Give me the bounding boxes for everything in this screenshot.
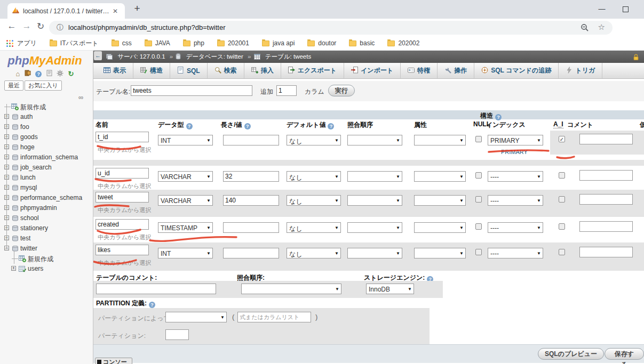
bookmark-item[interactable]: basic [349,39,375,48]
null-checkbox[interactable] [475,249,482,255]
column-type-select[interactable]: VARCHAR▼ [158,171,213,182]
tab-構造[interactable]: 構造 [133,63,170,78]
column-type-select[interactable]: INT▼ [158,248,213,258]
tab-挿入[interactable]: 挿入 [244,63,281,78]
column-attributes-select[interactable]: ▼ [414,135,466,145]
recent-button[interactable]: 最近 [4,80,23,91]
bookmark-item[interactable]: php [183,39,204,48]
column-comment-input[interactable] [579,134,633,144]
column-length-input[interactable] [223,248,279,258]
index-hint[interactable]: PRIMARY [501,149,528,155]
bookmark-item[interactable]: ITパスポート [50,39,99,48]
column-default-select[interactable]: なし▼ [287,222,341,233]
tree-item-mysql-label[interactable]: mysql [20,184,37,191]
column-type-select[interactable]: TIMESTAMP▼ [158,222,213,233]
breadcrumb-database[interactable]: データベース: twitter [186,53,243,60]
tree-item-hoge-label[interactable]: hoge [20,143,35,151]
tree-item-twitter-label[interactable]: twitter [20,245,37,252]
tree-item-school-label[interactable]: school [20,214,39,222]
column-collation-select[interactable]: ▼ [347,248,402,258]
link-icon[interactable]: ∞ [78,93,83,101]
column-collation-select[interactable]: ▼ [347,135,402,145]
tab-SQL コマンドの追跡[interactable]: SQL コマンドの追跡 [474,63,559,78]
column-attributes-select[interactable]: ▼ [414,195,466,206]
column-default-select[interactable]: なし▼ [287,171,341,182]
central-columns-link[interactable]: 中央カラムから選択 [98,206,151,214]
column-comment-input[interactable] [579,194,633,205]
column-type-select[interactable]: INT▼ [158,135,213,145]
tab-表示[interactable]: 表示 [97,63,133,78]
column-comment-input[interactable] [579,221,633,232]
column-attributes-select[interactable]: ▼ [414,171,466,182]
tree-item-new-database-label[interactable]: 新規作成 [20,103,46,112]
bookmark-item[interactable]: 202002 [387,39,419,48]
save-button[interactable]: 保存する [605,348,644,360]
reload-icon[interactable]: ↻ [34,21,47,32]
help-icon[interactable]: ? [495,114,502,120]
tree-item-foo-label[interactable]: foo [20,123,29,131]
auto-increment-checkbox[interactable] [559,172,565,179]
central-columns-link[interactable]: 中央カラムから選択 [98,182,151,190]
central-columns-link[interactable]: 中央カラムから選択 [98,146,151,154]
column-index-select[interactable]: ----▼ [488,248,543,258]
column-index-select[interactable]: ----▼ [488,171,543,182]
tree-item-goods-label[interactable]: goods [20,133,38,141]
help-icon[interactable]: ? [328,123,334,130]
tree-item-lunch-label[interactable]: lunch [20,174,36,181]
column-collation-select[interactable]: ▼ [347,222,402,233]
address-bar[interactable]: ⓘ localhost/phpmyadmin/db_structure.php?… [49,21,613,35]
bookmark-item[interactable]: 202001 [217,39,249,48]
bookmark-item[interactable]: css [112,39,132,48]
maximize-button[interactable] [615,0,636,19]
tab-SQL[interactable]: SQL [170,63,208,78]
table-comment-input[interactable] [96,284,216,294]
central-columns-link[interactable]: 中央カラムから選択 [98,259,151,267]
home-icon[interactable]: ⌂ [15,70,20,78]
add-columns-input[interactable] [276,85,297,96]
column-name-input[interactable] [96,192,149,203]
central-columns-link[interactable]: 中央カラムから選択 [98,233,151,241]
null-checkbox[interactable] [475,196,482,203]
bookmark-item[interactable]: java api [262,39,295,48]
column-default-select[interactable]: なし▼ [287,135,341,145]
tree-item-job_search-label[interactable]: job_search [20,164,52,171]
null-checkbox[interactable] [475,223,482,230]
tab-close-icon[interactable]: ✕ [113,7,118,15]
browser-tab[interactable]: localhost / 127.0.0.1 / twitter / tw ✕ [7,3,125,19]
auto-increment-checkbox[interactable] [559,223,565,230]
null-checkbox[interactable] [475,172,482,179]
new-tab-button[interactable]: + [131,3,144,14]
column-length-input[interactable] [223,195,279,206]
tab-検索[interactable]: 検索 [208,63,244,78]
column-attributes-select[interactable]: ▼ [414,222,466,233]
tab-インポート[interactable]: インポート [344,63,401,78]
column-name-input[interactable] [96,168,149,179]
go-button[interactable]: 実行 [328,85,355,96]
zoom-icon[interactable] [581,23,589,34]
table-name-input[interactable] [131,85,252,96]
help-icon[interactable]: ? [35,71,42,77]
panel-toggle-icon[interactable]: ← [94,51,102,60]
tree-item-phpmyadmin-label[interactable]: phpmyadmin [20,204,57,212]
table-collation-select[interactable]: ▼ [241,284,341,294]
bookmark-item[interactable]: JAVA [145,39,170,48]
url-text[interactable]: localhost/phpmyadmin/db_structure.php?db… [68,23,225,31]
partition-expression-input[interactable] [237,312,311,322]
back-icon[interactable]: ← [5,21,18,31]
breadcrumb-server[interactable]: サーバ: 127.0.0.1 [117,53,165,60]
column-length-input[interactable] [223,135,279,145]
tree-item-performance_schema-label[interactable]: performance_schema [20,194,82,201]
column-collation-select[interactable]: ▼ [347,195,402,206]
tab-操作[interactable]: 操作 [438,63,474,78]
favorites-button[interactable]: お気に入り [25,80,62,91]
expander-plus-icon[interactable]: + [11,266,16,271]
bookmark-item[interactable]: doutor [307,39,336,48]
null-checkbox[interactable] [475,136,482,142]
column-index-select[interactable]: ----▼ [488,195,543,206]
bookmark-star-icon[interactable]: ☆ [598,22,605,32]
column-length-input[interactable] [223,222,279,233]
column-length-input[interactable] [223,171,279,182]
auto-increment-checkbox[interactable]: ✓ [559,136,565,142]
page-info-icon[interactable]: ⓘ [57,23,63,33]
pma-logo[interactable]: phpMyAdmin [0,54,90,68]
